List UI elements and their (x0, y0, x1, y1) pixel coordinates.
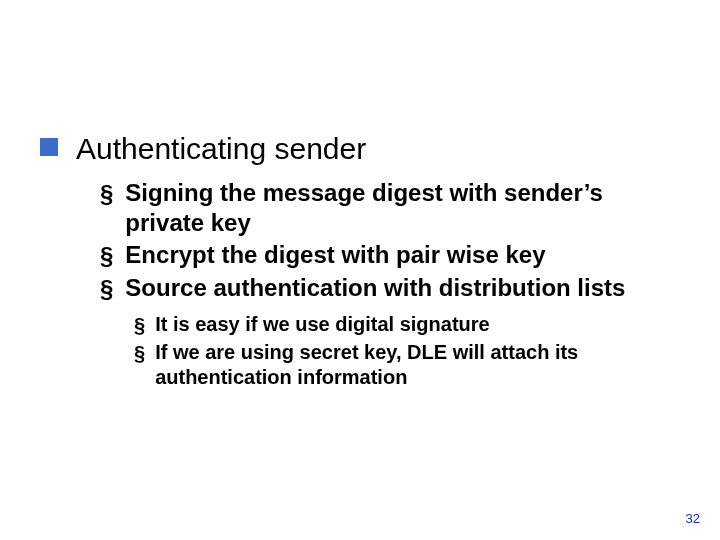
level2-text: Encrypt the digest with pair wise key (125, 240, 545, 270)
page-number: 32 (686, 511, 700, 526)
level2-text: Source authentication with distribution … (125, 273, 625, 303)
section-bullet-icon: § (134, 313, 145, 338)
section-bullet-icon: § (100, 179, 113, 209)
level2-item: § Source authentication with distributio… (100, 273, 680, 304)
level3-text: If we are using secret key, DLE will att… (155, 340, 655, 390)
level2-item: § Signing the message digest with sender… (100, 178, 680, 238)
level3-list: § It is easy if we use digital signature… (134, 312, 680, 390)
level3-item: § It is easy if we use digital signature (134, 312, 680, 338)
level3-text: It is easy if we use digital signature (155, 312, 490, 337)
section-bullet-icon: § (100, 241, 113, 271)
level2-text: Signing the message digest with sender’s… (125, 178, 665, 238)
level3-item: § If we are using secret key, DLE will a… (134, 340, 680, 390)
level2-item: § Encrypt the digest with pair wise key (100, 240, 680, 271)
level1-text: Authenticating sender (76, 130, 366, 168)
slide: Authenticating sender § Signing the mess… (0, 0, 720, 540)
section-bullet-icon: § (100, 274, 113, 304)
square-bullet-icon (40, 138, 58, 156)
section-bullet-icon: § (134, 341, 145, 366)
level2-list: § Signing the message digest with sender… (100, 178, 680, 390)
level1-item: Authenticating sender (40, 130, 680, 168)
